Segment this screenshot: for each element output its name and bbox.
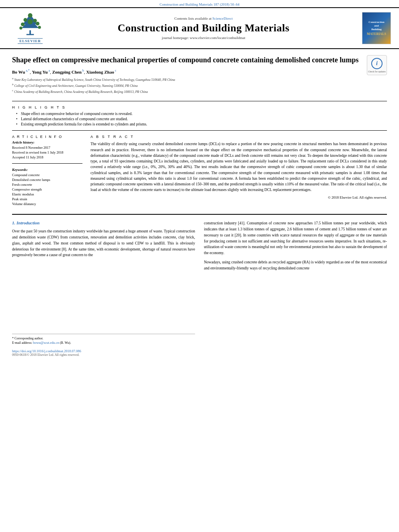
affiliation-c: c China Academy of Building Research, Ch… bbox=[12, 89, 361, 94]
highlight-item-2: Lateral deformation characteristics of c… bbox=[16, 117, 387, 121]
section1-title: 1. Introduction bbox=[12, 220, 195, 225]
keywords-label: Keywords: bbox=[12, 168, 82, 172]
elsevier-logo: ELSEVIER bbox=[8, 12, 52, 44]
intro-para-2: construction industry [41]. Consumption … bbox=[204, 220, 387, 256]
article-history-label: Article history: bbox=[12, 140, 82, 144]
intro-para-3: Nowadays, using crushed concrete debris … bbox=[204, 259, 387, 271]
svg-rect-1 bbox=[27, 34, 34, 35]
intro-para-1: Over the past 50 years the construction … bbox=[12, 228, 195, 258]
affiliation-b: b College of Civil Engineering and Archi… bbox=[12, 83, 361, 88]
doi-link[interactable]: https://doi.org/10.1016/j.conbuildmat.20… bbox=[12, 349, 81, 353]
body-section: 1. Introduction Over the past 50 years t… bbox=[12, 214, 387, 284]
author-zongping-chen: Zongping Chen bbox=[52, 70, 82, 74]
journal-center: Contents lists available at ScienceDirec… bbox=[52, 16, 355, 40]
elsevier-label: ELSEVIER bbox=[18, 38, 43, 44]
journal-logo-box: Construction and Building MATERIALS bbox=[362, 12, 391, 44]
body-text-right: construction industry [41]. Consumption … bbox=[204, 220, 387, 271]
top-citation-bar: Construction and Building Materials 187 … bbox=[0, 0, 399, 7]
body-two-col: 1. Introduction Over the past 50 years t… bbox=[12, 220, 387, 284]
svg-point-6 bbox=[28, 13, 32, 18]
svg-point-11 bbox=[28, 19, 33, 25]
body-col-right: construction industry [41]. Consumption … bbox=[204, 220, 387, 284]
issn-text: 0950-0618/© 2018 Elsevier Ltd. All right… bbox=[12, 353, 195, 357]
keyword-6: Peak strain bbox=[12, 197, 82, 201]
copyright-line: © 2018 Elsevier Ltd. All rights reserved… bbox=[90, 195, 387, 199]
keywords-section: Keywords: Compound concrete Demolished c… bbox=[12, 168, 82, 206]
highlights-section: H I G H L I G H T S Shape effect on comp… bbox=[12, 105, 387, 126]
svg-point-9 bbox=[19, 27, 22, 29]
highlights-list: Shape effect on compressive behavior of … bbox=[12, 112, 387, 126]
svg-point-8 bbox=[36, 22, 39, 25]
author-yong-yu: Yong Yu bbox=[32, 70, 47, 74]
logo-box-materials: MATERIALS bbox=[367, 32, 386, 36]
highlight-item-3: Existing strength prediction formula for… bbox=[16, 122, 387, 126]
journal-title-banner: Construction and Building Materials bbox=[52, 22, 355, 34]
keyword-5: Elastic modulus bbox=[12, 192, 82, 196]
corresponding-author: * Corresponding author. bbox=[12, 336, 195, 341]
abstract-section: A B S T R A C T The viability of directl… bbox=[90, 135, 387, 199]
affiliations: a State Key Laboratory of Subtropical Bu… bbox=[12, 77, 361, 94]
received-date: Received 8 November 2017 bbox=[12, 146, 82, 150]
paper-header: Shape effect on compressive mechanical p… bbox=[12, 55, 387, 97]
svg-point-4 bbox=[23, 18, 27, 22]
footnote-area: * Corresponding author. E-mail address: … bbox=[12, 334, 195, 357]
journal-homepage: journal homepage: www.elsevier.com/locat… bbox=[52, 36, 355, 40]
author-bo-wu: Bo Wu bbox=[12, 70, 25, 74]
keyword-2: Demolished concrete lumps bbox=[12, 178, 82, 182]
abstract-text: The viability of directly using coarsely… bbox=[90, 141, 387, 193]
paper-title: Shape effect on compressive mechanical p… bbox=[12, 55, 361, 65]
svg-point-10 bbox=[38, 26, 41, 29]
accepted-date: Accepted 11 July 2018 bbox=[12, 155, 82, 159]
divider-1 bbox=[12, 101, 387, 101]
elsevier-tree-icon bbox=[16, 12, 44, 37]
article-info-label: A R T I C L E I N F O bbox=[12, 135, 82, 139]
article-info-section: A R T I C L E I N F O Article history: R… bbox=[12, 135, 82, 159]
science-direct-label: Contents lists available at ScienceDirec… bbox=[52, 16, 355, 21]
paper-title-block: Shape effect on compressive mechanical p… bbox=[12, 55, 361, 97]
badge-circle: i bbox=[371, 58, 383, 69]
email-footnote: E-mail address: bowu@scut.edu.cn (B. Wu)… bbox=[12, 341, 195, 345]
authors-line: Bo Wu a,*, Yong Yu a, Zongping Chen b, X… bbox=[12, 69, 361, 74]
keyword-1: Compound concrete bbox=[12, 173, 82, 177]
keyword-4: Compressive strength bbox=[12, 187, 82, 191]
journal-banner: ELSEVIER Contents lists available at Sci… bbox=[0, 7, 399, 49]
divider-info bbox=[12, 163, 82, 164]
affiliation-a: a State Key Laboratory of Subtropical Bu… bbox=[12, 77, 361, 82]
top-citation-text: Construction and Building Materials 187 … bbox=[160, 2, 239, 6]
body-text-left: Over the past 50 years the construction … bbox=[12, 228, 195, 258]
email-link[interactable]: bowu@scut.edu.cn bbox=[33, 341, 59, 345]
svg-point-7 bbox=[21, 23, 25, 26]
article-abstract-columns: A R T I C L E I N F O Article history: R… bbox=[12, 135, 387, 207]
article-info-column: A R T I C L E I N F O Article history: R… bbox=[12, 135, 82, 207]
check-updates-badge: i Check for updates bbox=[367, 55, 387, 75]
logo-box-line1: Construction and Building bbox=[368, 21, 384, 31]
sciencedirect-link[interactable]: ScienceDirect bbox=[212, 16, 232, 21]
keyword-7: Volume dilatancy bbox=[12, 202, 82, 206]
body-col-left: 1. Introduction Over the past 50 years t… bbox=[12, 220, 195, 284]
highlights-label: H I G H L I G H T S bbox=[12, 105, 387, 109]
journal-logo-right: Construction and Building MATERIALS bbox=[355, 12, 391, 44]
author-xiaolong-zhao: Xiaolong Zhao bbox=[86, 70, 114, 74]
highlight-item-1: Shape effect on compressive behavior of … bbox=[16, 112, 387, 116]
revised-date: Received in revised form 1 July 2018 bbox=[12, 150, 82, 154]
page: Construction and Building Materials 187 … bbox=[0, 0, 399, 532]
abstract-column: A B S T R A C T The viability of directl… bbox=[90, 135, 387, 207]
abstract-label: A B S T R A C T bbox=[90, 135, 387, 139]
main-content: Shape effect on compressive mechanical p… bbox=[0, 49, 399, 284]
check-updates-label: Check for updates bbox=[368, 70, 386, 73]
keyword-3: Fresh concrete bbox=[12, 183, 82, 187]
svg-point-5 bbox=[33, 19, 37, 23]
divider-2 bbox=[12, 130, 387, 131]
